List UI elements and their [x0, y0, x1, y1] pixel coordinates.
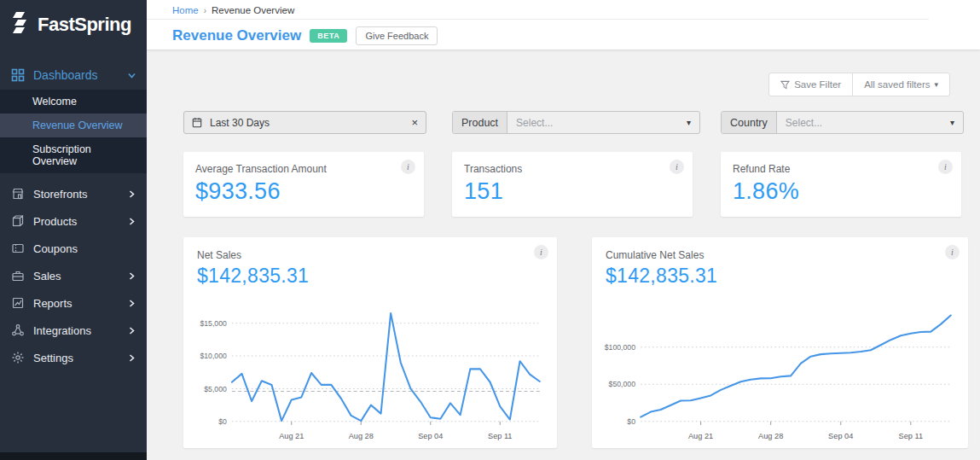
svg-text:$100,000: $100,000 [605, 343, 635, 352]
settings-label: Settings [33, 352, 127, 364]
sidebar-item-dashboards[interactable]: Dashboards [0, 61, 147, 90]
svg-text:$10,000: $10,000 [200, 352, 226, 360]
metric-value: $933.56 [195, 178, 412, 205]
product-filter-label: Product [453, 112, 507, 133]
svg-text:Sep 04: Sep 04 [418, 432, 443, 440]
chevron-right-icon [127, 271, 136, 281]
info-icon[interactable]: i [945, 245, 960, 259]
net-sales-chart-card: Net Sales $142,835.31 i $0$5,000$10,000$… [183, 237, 557, 448]
date-range-filter[interactable]: Last 30 Days × [183, 111, 426, 134]
beta-badge: BETA [310, 29, 347, 43]
fastspring-logo[interactable]: FastSpring [0, 0, 147, 49]
product-filter-placeholder: Select... [507, 112, 678, 133]
give-feedback-button[interactable]: Give Feedback [356, 26, 438, 45]
info-icon[interactable]: i [534, 245, 548, 259]
sales-label: Sales [33, 270, 127, 282]
svg-text:Aug 28: Aug 28 [349, 432, 374, 440]
svg-text:Sep 11: Sep 11 [488, 432, 512, 440]
caret-down-icon: ▾ [934, 80, 938, 89]
saved-filters-group: Save Filter All saved filters ▾ [768, 73, 950, 96]
svg-text:$5,000: $5,000 [204, 384, 227, 393]
reports-icon [11, 296, 25, 310]
sidebar-item-integrations[interactable]: Integrations [0, 317, 147, 344]
filter-row: Last 30 Days × Product Select... ▾ Count… [147, 111, 980, 135]
save-filter-label: Save Filter [794, 79, 841, 90]
metric-card-refund-rate: Refund Rate 1.86% i [721, 152, 961, 217]
svg-text:Sep 11: Sep 11 [899, 432, 924, 440]
metric-label: Refund Rate [733, 163, 949, 175]
reports-label: Reports [33, 297, 127, 310]
info-icon[interactable]: i [401, 160, 415, 174]
chevron-right-icon [127, 189, 136, 199]
page-title: Revenue Overview [172, 27, 301, 44]
metric-value: 1.86% [733, 178, 949, 205]
svg-text:$50,000: $50,000 [609, 380, 636, 388]
cumulative-net-sales-chart-card: Cumulative Net Sales $142,835.31 i $0$50… [592, 237, 968, 448]
sidebar: FastSpring Dashboards Welcome Revenue Ov… [0, 0, 147, 460]
sidebar-item-products[interactable]: Products [0, 207, 147, 235]
country-filter-placeholder: Select... [777, 112, 942, 133]
sidebar-footer [0, 452, 147, 460]
clear-date-filter-icon[interactable]: × [411, 117, 418, 128]
caret-down-icon: ▾ [678, 112, 699, 133]
chevron-right-icon [127, 353, 136, 363]
logo-text: FastSpring [38, 14, 131, 36]
sidebar-item-sales[interactable]: Sales [0, 262, 147, 289]
sidebar-item-revenue-overview[interactable]: Revenue Overview [0, 114, 147, 137]
storefront-icon [11, 187, 25, 201]
metric-card-transactions: Transactions 151 i [452, 152, 693, 217]
sidebar-item-storefronts[interactable]: Storefronts [0, 180, 147, 207]
storefronts-label: Storefronts [33, 188, 127, 201]
chevron-right-icon [127, 326, 136, 335]
chevron-right-icon [127, 217, 136, 226]
dashboards-grid-icon [11, 68, 25, 82]
sidebar-item-settings[interactable]: Settings [0, 344, 147, 371]
chevron-down-icon [127, 71, 136, 80]
svg-text:Aug 28: Aug 28 [758, 432, 783, 440]
cumulative-net-sales-line-chart: $0$50,000$100,000Aug 21Aug 28Sep 04Sep 1… [600, 305, 960, 441]
main-content: Save Filter All saved filters ▾ Last 30 … [147, 49, 980, 460]
metric-card-average-transaction-amount: Average Transaction Amount $933.56 i [183, 152, 424, 217]
svg-text:$0: $0 [218, 417, 227, 426]
net-sales-line-chart: $0$5,000$10,000$15,000Aug 21Aug 28Sep 04… [192, 305, 548, 441]
page-header: Home › Revenue Overview Revenue Overview… [147, 0, 980, 49]
svg-text:Aug 21: Aug 21 [279, 432, 304, 440]
breadcrumb-separator: › [204, 6, 206, 15]
breadcrumb-home-link[interactable]: Home [172, 5, 199, 15]
svg-text:$0: $0 [627, 417, 635, 426]
coupons-label: Coupons [33, 242, 136, 255]
sidebar-item-coupons[interactable]: Coupons [0, 235, 147, 262]
svg-text:$15,000: $15,000 [200, 319, 226, 328]
date-range-value: Last 30 Days [210, 117, 403, 129]
products-icon [11, 214, 25, 228]
info-icon[interactable]: i [938, 160, 953, 174]
chart-title: Net Sales [197, 249, 543, 261]
sidebar-item-welcome[interactable]: Welcome [0, 90, 147, 114]
all-saved-filters-label: All saved filters [864, 79, 930, 90]
all-saved-filters-dropdown[interactable]: All saved filters ▾ [852, 73, 949, 96]
integrations-label: Integrations [33, 324, 127, 337]
product-filter[interactable]: Product Select... ▾ [452, 111, 700, 134]
breadcrumb-current: Revenue Overview [212, 5, 294, 15]
coupons-icon [11, 242, 25, 255]
chevron-right-icon [127, 299, 136, 308]
country-filter[interactable]: Country Select... ▾ [721, 111, 964, 134]
products-label: Products [33, 215, 127, 228]
metric-label: Transactions [464, 163, 681, 175]
metric-label: Average Transaction Amount [195, 163, 412, 175]
info-icon[interactable]: i [670, 160, 684, 174]
metric-value: 151 [464, 178, 681, 205]
integrations-icon [11, 323, 25, 337]
country-filter-label: Country [722, 112, 777, 133]
caret-down-icon: ▾ [942, 112, 963, 133]
save-filter-button[interactable]: Save Filter [769, 73, 852, 96]
calendar-icon [192, 117, 202, 128]
sidebar-item-subscription-overview[interactable]: Subscription Overview [0, 137, 147, 173]
chart-value: $142,835.31 [197, 265, 543, 288]
svg-text:Sep 04: Sep 04 [828, 432, 853, 440]
breadcrumb: Home › Revenue Overview [147, 0, 929, 20]
sales-icon [11, 269, 25, 282]
funnel-icon [780, 80, 790, 90]
dashboards-label: Dashboards [33, 68, 127, 82]
sidebar-item-reports[interactable]: Reports [0, 289, 147, 317]
